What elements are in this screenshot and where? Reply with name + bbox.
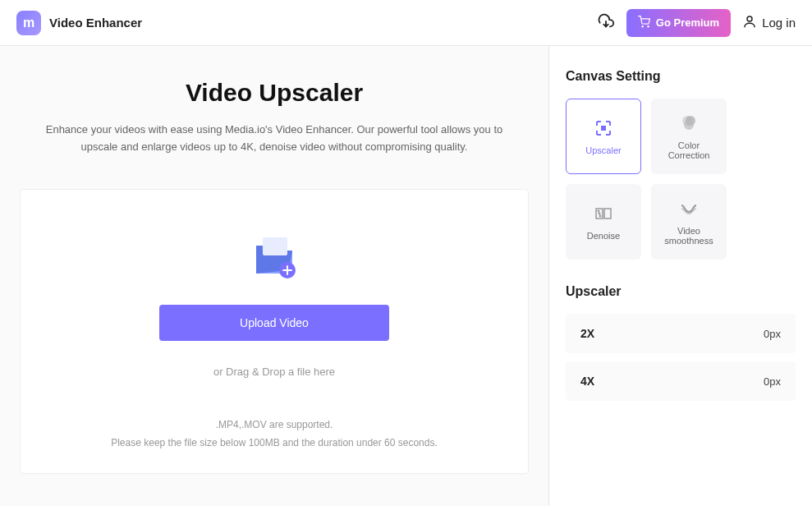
canvas-tile-label: Video smoothness [657, 226, 721, 246]
login-button[interactable]: Log in [742, 14, 796, 31]
header-left: m Video Enhancer [16, 11, 142, 35]
canvas-tile-upscaler[interactable]: Upscaler [566, 99, 641, 174]
go-premium-button[interactable]: Go Premium [626, 9, 731, 37]
premium-label: Go Premium [656, 16, 719, 29]
svg-point-12 [598, 210, 599, 211]
login-label: Log in [762, 16, 796, 30]
canvas-tile-color-correction[interactable]: Color Correction [651, 99, 727, 174]
scale-label: 4X [580, 375, 594, 388]
scale-option-2x[interactable]: 2X 0px [566, 314, 796, 353]
supported-formats-text: .MP4,.MOV are supported. [45, 419, 503, 430]
svg-rect-5 [601, 126, 606, 131]
upload-video-button[interactable]: Upload Video [159, 305, 389, 341]
user-icon [742, 14, 757, 31]
scale-option-4x[interactable]: 4X 0px [566, 361, 796, 401]
svg-point-1 [648, 25, 649, 26]
denoise-icon [593, 203, 614, 224]
file-limit-text: Please keep the file size below 100MB an… [45, 437, 503, 448]
canvas-tile-label: Color Correction [657, 140, 721, 160]
page-title: Video Upscaler [16, 79, 532, 107]
svg-point-8 [684, 120, 694, 130]
canvas-setting-title: Canvas Setting [566, 69, 796, 84]
page-description: Enhance your videos with ease using Medi… [36, 122, 512, 156]
header-right: Go Premium Log in [597, 9, 796, 37]
svg-point-2 [747, 16, 752, 21]
svg-point-0 [642, 25, 643, 26]
color-correction-icon [678, 113, 700, 134]
cart-icon [638, 16, 650, 30]
upscaler-section-title: Upscaler [566, 284, 796, 299]
scale-value: 0px [764, 328, 781, 340]
smoothness-icon [678, 198, 700, 219]
canvas-tile-denoise[interactable]: Denoise [566, 184, 641, 260]
header: m Video Enhancer Go Premium Log in [0, 0, 812, 46]
folder-upload-icon [241, 223, 307, 288]
canvas-tile-label: Upscaler [585, 145, 621, 155]
app-logo: m [16, 11, 41, 35]
canvas-grid: Upscaler Color Correction Denoise Video … [566, 99, 796, 260]
right-panel: Canvas Setting Upscaler Color Correction… [549, 46, 812, 506]
svg-point-11 [599, 213, 599, 214]
svg-rect-10 [604, 209, 611, 218]
left-panel: Video Upscaler Enhance your videos with … [0, 46, 549, 506]
svg-point-13 [599, 215, 600, 216]
svg-rect-3 [263, 237, 287, 255]
scale-value: 0px [764, 375, 781, 388]
upscaler-icon [593, 117, 614, 139]
canvas-tile-video-smoothness[interactable]: Video smoothness [651, 184, 727, 260]
scale-label: 2X [580, 327, 594, 340]
app-title: Video Enhancer [49, 16, 142, 30]
main-content: Video Upscaler Enhance your videos with … [0, 46, 812, 506]
drag-drop-text: or Drag & Drop a file here [45, 366, 503, 378]
cloud-download-icon[interactable] [597, 12, 615, 34]
canvas-tile-label: Denoise [587, 231, 620, 241]
upload-card[interactable]: Upload Video or Drag & Drop a file here … [20, 189, 529, 474]
